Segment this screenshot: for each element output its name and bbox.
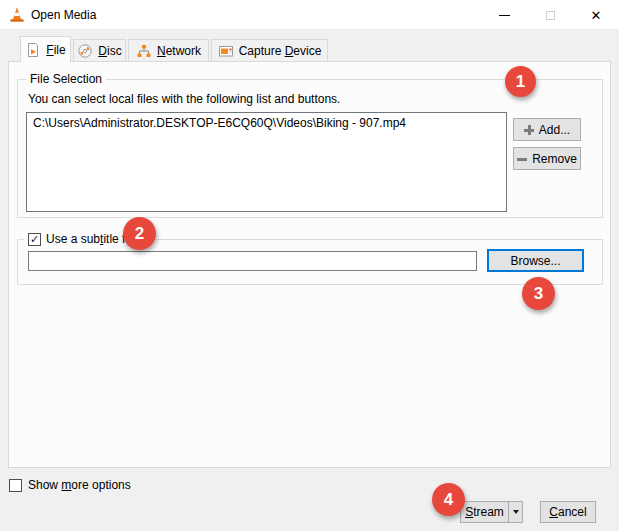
tab-file[interactable]: File bbox=[20, 36, 71, 62]
vlc-cone-icon bbox=[8, 6, 26, 24]
title-bar: Open Media ✕ bbox=[0, 0, 619, 30]
tab-file-label: File bbox=[46, 43, 65, 57]
file-list[interactable]: C:\Users\Administrator.DESKTOP-E6CQ60Q\V… bbox=[26, 112, 507, 212]
subtitle-group: ✓ Use a subtitle file Browse... bbox=[17, 239, 603, 285]
maximize-icon bbox=[546, 11, 555, 20]
browse-button[interactable]: Browse... bbox=[487, 249, 584, 272]
minimize-icon bbox=[499, 15, 510, 16]
stream-button[interactable]: Stream bbox=[460, 501, 523, 523]
file-list-item[interactable]: C:\Users\Administrator.DESKTOP-E6CQ60Q\V… bbox=[27, 113, 506, 133]
add-button-label: Add... bbox=[539, 123, 570, 137]
file-selection-instruction: You can select local files with the foll… bbox=[28, 92, 340, 106]
close-icon: ✕ bbox=[591, 9, 602, 22]
maximize-button bbox=[527, 0, 573, 30]
cancel-button[interactable]: Cancel bbox=[540, 501, 596, 523]
tab-disc[interactable]: Disc bbox=[73, 39, 126, 61]
stream-button-label: Stream bbox=[461, 505, 508, 519]
browse-button-label: Browse... bbox=[510, 254, 560, 268]
stream-dropdown-button[interactable] bbox=[509, 510, 522, 514]
chevron-down-icon bbox=[513, 510, 519, 514]
remove-button-label: Remove bbox=[532, 152, 577, 166]
tab-network-label: Network bbox=[157, 44, 201, 58]
cancel-button-label: Cancel bbox=[549, 505, 586, 519]
tab-network[interactable]: Network bbox=[128, 39, 209, 61]
file-selection-group: File Selection You can select local file… bbox=[17, 79, 603, 218]
tab-capture-device-label: Capture Device bbox=[239, 44, 322, 58]
show-more-options-checkbox[interactable]: Show more options bbox=[9, 478, 131, 492]
window-controls: ✕ bbox=[481, 0, 619, 30]
annotation-badge: 2 bbox=[123, 217, 156, 250]
window-title: Open Media bbox=[31, 0, 96, 30]
add-button[interactable]: Add... bbox=[513, 118, 581, 141]
subtitle-file-input[interactable] bbox=[28, 251, 477, 271]
disc-icon bbox=[77, 43, 93, 59]
tab-disc-label: Disc bbox=[98, 44, 121, 58]
remove-button[interactable]: Remove bbox=[513, 147, 581, 170]
annotation-badge: 3 bbox=[522, 277, 555, 310]
plus-icon bbox=[524, 125, 534, 135]
media-file-icon bbox=[25, 42, 41, 58]
file-selection-group-label: File Selection bbox=[26, 72, 106, 87]
network-icon bbox=[136, 43, 152, 59]
capture-device-icon bbox=[218, 43, 234, 59]
minus-icon bbox=[517, 154, 527, 164]
close-button[interactable]: ✕ bbox=[573, 0, 619, 30]
minimize-button[interactable] bbox=[481, 0, 527, 30]
show-more-options-label: Show more options bbox=[28, 478, 131, 492]
checkbox-unchecked-icon[interactable] bbox=[9, 479, 22, 492]
annotation-badge: 4 bbox=[432, 483, 465, 516]
annotation-badge: 1 bbox=[505, 66, 536, 97]
checkbox-checked-icon[interactable]: ✓ bbox=[28, 233, 41, 246]
tab-capture-device[interactable]: Capture Device bbox=[211, 39, 328, 61]
